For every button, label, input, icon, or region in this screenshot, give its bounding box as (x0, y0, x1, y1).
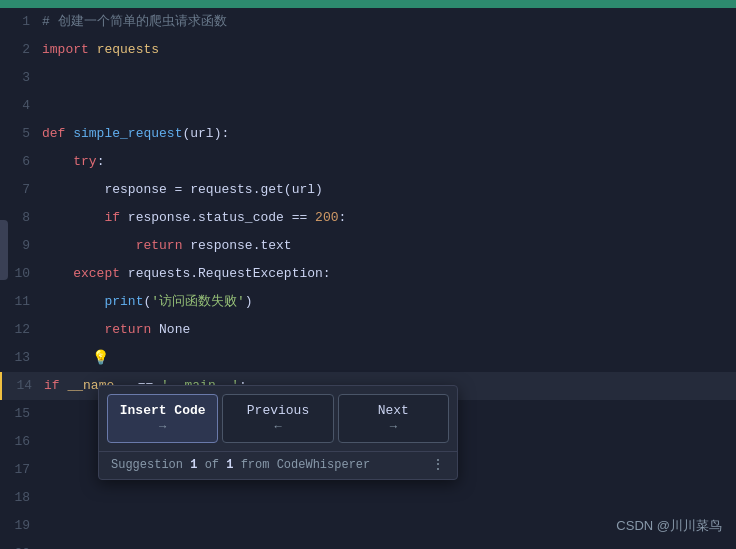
code-line-4: 4 (0, 92, 736, 120)
previous-arrow: ← (274, 420, 281, 434)
code-line-11: 11 print('访问函数失败') (0, 288, 736, 316)
code-line-5: 5 def simple_request(url): (0, 120, 736, 148)
line-number-18: 18 (0, 484, 42, 512)
code-line-10: 10 except requests.RequestException: (0, 260, 736, 288)
suggestion-source: from CodeWhisperer (241, 458, 371, 472)
line-number-6: 6 (0, 148, 42, 176)
bulb-icon[interactable]: 💡 (92, 344, 109, 372)
suggestion-popup: Insert Code → Previous ← Next → Suggesti… (98, 385, 458, 480)
left-panel (0, 220, 8, 280)
line-number-3: 3 (0, 64, 42, 92)
suggestion-buttons: Insert Code → Previous ← Next → (99, 386, 457, 451)
code-line-18: 18 (0, 484, 736, 512)
line-number-13: 13 (0, 344, 42, 372)
line-number-1: 1 (0, 8, 42, 36)
code-line-12: 12 return None (0, 316, 736, 344)
code-line-6: 6 try: (0, 148, 736, 176)
suggestion-total: 1 (226, 458, 233, 472)
line-number-19: 19 (0, 512, 42, 540)
code-line-2: 2 import requests (0, 36, 736, 64)
line-number-20: 20 (0, 540, 42, 549)
line-content-6: try: (42, 148, 104, 176)
next-button[interactable]: Next → (338, 394, 449, 443)
code-line-9: 9 return response.text (0, 232, 736, 260)
insert-code-arrow: → (159, 420, 166, 434)
watermark: CSDN @川川菜鸟 (616, 517, 722, 535)
suggestion-text: Suggestion 1 of 1 from CodeWhisperer (111, 458, 370, 472)
line-number-17: 17 (0, 456, 42, 484)
line-content-10: except requests.RequestException: (42, 260, 331, 288)
code-line-7: 7 response = requests.get(url) (0, 176, 736, 204)
line-content-9: return response.text (42, 232, 292, 260)
line-number-11: 11 (0, 288, 42, 316)
line-number-7: 7 (0, 176, 42, 204)
top-bar (0, 0, 736, 8)
next-arrow: → (390, 420, 397, 434)
code-line-20: 20 (0, 540, 736, 549)
line-content-8: if response.status_code == 200: (42, 204, 346, 232)
line-number-5: 5 (0, 120, 42, 148)
code-line-13: 13 💡 (0, 344, 736, 372)
editor-container: 1 # 创建一个简单的爬虫请求函数 2 import requests 3 4 … (0, 0, 736, 549)
suggestion-of: of (205, 458, 227, 472)
line-content-7: response = requests.get(url) (42, 176, 323, 204)
line-number-4: 4 (0, 92, 42, 120)
suggestion-footer: Suggestion 1 of 1 from CodeWhisperer ⋮ (99, 451, 457, 479)
insert-code-button[interactable]: Insert Code → (107, 394, 218, 443)
more-options-icon[interactable]: ⋮ (431, 456, 445, 473)
line-content-12: return None (42, 316, 190, 344)
insert-code-label: Insert Code (120, 403, 206, 418)
watermark-text: CSDN @川川菜鸟 (616, 518, 722, 533)
next-label: Next (378, 403, 409, 418)
line-number-14: 14 (2, 372, 44, 400)
previous-button[interactable]: Previous ← (222, 394, 333, 443)
code-line-3: 3 (0, 64, 736, 92)
line-number-16: 16 (0, 428, 42, 456)
line-content-11: print('访问函数失败') (42, 288, 253, 316)
line-content-2: import requests (42, 36, 159, 64)
line-content-5: def simple_request(url): (42, 120, 229, 148)
suggestion-current: 1 (190, 458, 197, 472)
line-number-2: 2 (0, 36, 42, 64)
code-line-8: 8 if response.status_code == 200: (0, 204, 736, 232)
previous-label: Previous (247, 403, 309, 418)
code-line-1: 1 # 创建一个简单的爬虫请求函数 (0, 8, 736, 36)
line-number-15: 15 (0, 400, 42, 428)
line-content-1: # 创建一个简单的爬虫请求函数 (42, 8, 227, 36)
line-number-12: 12 (0, 316, 42, 344)
